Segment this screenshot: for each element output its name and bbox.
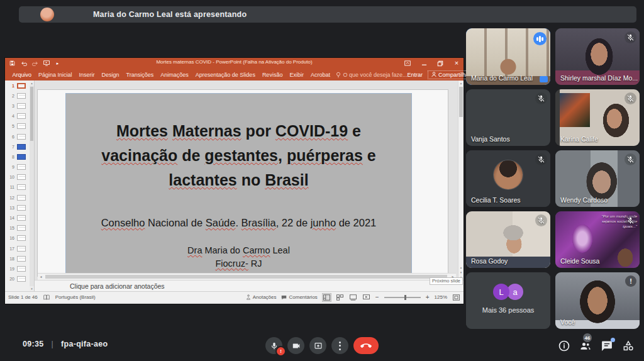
spellcheck-icon[interactable] (43, 294, 50, 300)
chat-button[interactable] (600, 339, 614, 353)
participant-name: Rosa Godoy (471, 257, 508, 265)
participant-name: Karina Calife (560, 135, 598, 143)
participant-tile-cleide-sousa[interactable]: "Por um mundo onde sejamos socialmente i… (555, 211, 640, 268)
ribbon-tab-transicoes[interactable]: Transições (123, 72, 157, 78)
zoom-in-button[interactable]: + (426, 294, 430, 301)
ribbon-tab-apresentacao-de-slides[interactable]: Apresentação de Slides (192, 72, 258, 78)
participant-name: Cleide Sousa (560, 257, 599, 265)
thumbnail-preview[interactable] (17, 235, 26, 241)
meeting-details-button[interactable] (557, 339, 571, 353)
ribbon-tab-revisao[interactable]: Revisão (258, 72, 286, 78)
call-controls: ! (265, 337, 379, 354)
thumbnail-number: 5 (8, 124, 14, 128)
zoom-out-button[interactable]: − (375, 294, 379, 301)
participants-button[interactable]: 46 (579, 339, 592, 353)
slide-text-segment: Brasil (265, 171, 308, 189)
ribbon-tab-pagina-inicial[interactable]: Página Inicial (35, 72, 76, 78)
slide-text-segment: no (237, 171, 265, 189)
scrollbar-thumb[interactable] (459, 87, 463, 117)
slide-text-segment: de 2021 (336, 217, 376, 228)
ribbon-tab-acrobat[interactable]: Acrobat (307, 72, 333, 78)
tellme-box[interactable]: O que você deseja faze... (336, 72, 407, 78)
thumbnail-number: 16 (8, 236, 14, 240)
fit-to-window-button[interactable] (452, 294, 460, 301)
ribbon-tab-animacoes[interactable]: Animações (157, 72, 192, 78)
thumbnail-preview[interactable] (17, 174, 26, 180)
thumbnail-preview[interactable] (17, 184, 26, 190)
thumbnail-preview[interactable] (17, 276, 26, 282)
thumbnail-scrollbar[interactable]: ▴ ▾ (30, 81, 34, 291)
comments-toggle[interactable]: Comentários (281, 294, 317, 300)
thumbnail-preview[interactable] (17, 225, 26, 231)
participant-tile-maria-do-carmo-leal[interactable]: Maria do Carmo Leal (466, 28, 550, 85)
ribbon-tab-inserir[interactable]: Inserir (75, 72, 98, 78)
thumbnail-preview[interactable] (17, 266, 26, 272)
annotations-toggle[interactable]: Anotações (246, 294, 277, 300)
thumbnail-preview[interactable] (17, 144, 26, 150)
mic-button[interactable]: ! (265, 337, 282, 354)
thumbnail-preview[interactable] (17, 134, 26, 140)
participant-tile-wendy-cardoso[interactable]: Wendy Cardoso (555, 150, 640, 207)
thumbnail-preview[interactable] (17, 83, 26, 89)
scroll-up-icon[interactable]: ▴ (458, 81, 464, 86)
normal-view-button[interactable] (323, 294, 331, 301)
participant-name: Mais 36 pessoas (466, 306, 550, 314)
scroll-up-icon[interactable]: ▴ (30, 81, 34, 86)
scroll-left-icon[interactable]: ◂ (38, 274, 44, 280)
participant-name: Shirley marshal Díaz Mo... (560, 74, 638, 82)
thumbnail-preview[interactable] (17, 205, 26, 211)
thumbnail-preview[interactable] (17, 256, 26, 262)
participant-tile-mais-36-pessoas[interactable]: LaMais 36 pessoas (466, 272, 550, 329)
participant-name: Maria do Carmo Leal (471, 74, 533, 82)
slideshow-view-button[interactable] (362, 294, 370, 301)
zoom-slider[interactable] (384, 297, 421, 298)
close-button[interactable]: × (452, 59, 461, 67)
participant-tile-rosa-godoy[interactable]: Rosa Godoy (466, 211, 550, 268)
thumbnail-preview[interactable] (17, 93, 26, 99)
scroll-down-icon[interactable]: ▾ (30, 286, 34, 291)
participant-tile-voce[interactable]: !Você (555, 272, 640, 329)
more-options-button[interactable] (331, 337, 348, 354)
participant-tile-vanja-santos[interactable]: Vanja Santos (466, 89, 550, 146)
slide-title-placeholder[interactable]: Mortes Maternas por COVID-19 evacinação … (65, 93, 412, 274)
ribbon-display-options-icon[interactable] (403, 59, 412, 67)
slide-1[interactable]: Mortes Maternas por COVID-19 evacinação … (38, 90, 448, 276)
minimize-button[interactable] (419, 59, 428, 67)
participant-tile-cecilia-t-soares[interactable]: Cecilia T. Soares (466, 150, 550, 207)
slide-text-segment: gestantes (204, 147, 278, 164)
scrollbar-thumb[interactable] (45, 275, 447, 279)
activities-button[interactable] (621, 339, 635, 353)
meeting-info: 09:35 | fpa-qifa-aeo (23, 340, 108, 348)
scrollbar-thumb[interactable] (30, 87, 33, 141)
zoom-level[interactable]: 125% (435, 294, 447, 300)
slide-text-segment: de (177, 147, 204, 164)
lightbulb-icon (336, 72, 341, 78)
ribbon-tab-exibir[interactable]: Exibir (286, 72, 308, 78)
thumbnail-preview[interactable] (17, 113, 26, 119)
participant-tile-shirley-marshal-diaz-mo[interactable]: Shirley marshal Díaz Mo... (555, 28, 640, 85)
thumbnail-number: 15 (8, 226, 14, 230)
ribbon-tab-arquivo[interactable]: Arquivo (9, 72, 35, 78)
zoom-slider-thumb[interactable] (404, 295, 406, 300)
meeting-panels: 46 (557, 339, 635, 353)
sign-in-button[interactable]: Entrar (408, 72, 423, 78)
language-label[interactable]: Português (Brasil) (55, 294, 96, 300)
ribbon-tab-design[interactable]: Design (98, 72, 123, 78)
thumbnail-preview[interactable] (17, 154, 26, 160)
reading-view-button[interactable] (349, 294, 357, 301)
vertical-scrollbar[interactable]: ▴ ▴▾▾ (458, 81, 464, 280)
thumbnail-preview[interactable] (17, 246, 26, 252)
horizontal-scrollbar[interactable]: ◂ ▸ (38, 273, 456, 280)
slide-sorter-view-button[interactable] (336, 294, 344, 301)
thumbnail-preview[interactable] (17, 164, 26, 170)
participant-tile-karina-calife[interactable]: Karina Calife (555, 89, 640, 146)
camera-button[interactable] (287, 337, 304, 354)
leave-call-button[interactable] (353, 337, 379, 354)
thumbnail-preview[interactable] (17, 123, 26, 129)
thumbnail-preview[interactable] (17, 195, 26, 201)
thumbnail-preview[interactable] (17, 215, 26, 221)
present-button[interactable] (309, 337, 326, 354)
restore-button[interactable] (436, 59, 445, 67)
thumbnail-preview[interactable] (17, 103, 26, 109)
notes-pane[interactable]: Clique para adicionar anotações Próximo … (35, 280, 464, 291)
